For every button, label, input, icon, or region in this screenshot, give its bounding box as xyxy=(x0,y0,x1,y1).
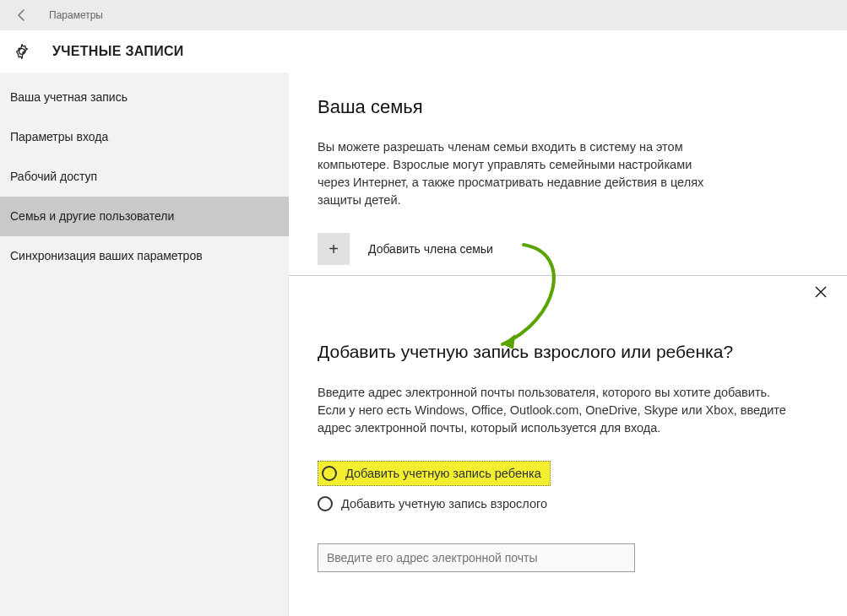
settings-gear-icon xyxy=(10,43,34,60)
window-title: Параметры xyxy=(49,9,103,21)
radio-option-child[interactable]: Добавить учетную запись ребенка xyxy=(318,461,551,486)
dialog-heading: Добавить учетную запись взрослого или ре… xyxy=(318,342,818,362)
sidebar-item-family-other-users[interactable]: Семья и другие пользователи xyxy=(0,197,289,236)
titlebar: Параметры xyxy=(0,0,847,30)
add-member-dialog: Добавить учетную запись взрослого или ре… xyxy=(289,275,847,616)
add-family-label: Добавить члена семьи xyxy=(368,242,493,256)
radio-option-adult[interactable]: Добавить учетную запись взрослого xyxy=(318,491,818,516)
section-description: Вы можете разрешать членам семьи входить… xyxy=(318,138,706,209)
close-icon xyxy=(815,286,827,298)
header: УЧЕТНЫЕ ЗАПИСИ xyxy=(0,30,847,73)
add-family-button[interactable]: + Добавить члена семьи xyxy=(318,233,818,265)
sidebar-item-work-access[interactable]: Рабочий доступ xyxy=(0,157,289,197)
section-heading-your-family: Ваша семья xyxy=(318,96,818,118)
sidebar-item-signin-options[interactable]: Параметры входа xyxy=(0,117,289,157)
radio-icon xyxy=(318,496,333,511)
email-field[interactable] xyxy=(318,543,635,572)
dialog-description: Введите адрес электронной почты пользова… xyxy=(318,384,790,437)
sidebar-item-sync-settings[interactable]: Синхронизация ваших параметров xyxy=(0,236,289,276)
radio-icon xyxy=(322,466,337,481)
back-button[interactable] xyxy=(10,8,34,22)
arrow-left-icon xyxy=(15,8,29,22)
close-button[interactable] xyxy=(815,286,827,300)
sidebar-item-your-account[interactable]: Ваша учетная запись xyxy=(0,78,289,117)
radio-label-child: Добавить учетную запись ребенка xyxy=(345,467,541,480)
page-title: УЧЕТНЫЕ ЗАПИСИ xyxy=(52,44,184,59)
sidebar: Ваша учетная запись Параметры входа Рабо… xyxy=(0,73,289,616)
radio-label-adult: Добавить учетную запись взрослого xyxy=(341,497,547,511)
plus-icon: + xyxy=(318,233,350,265)
